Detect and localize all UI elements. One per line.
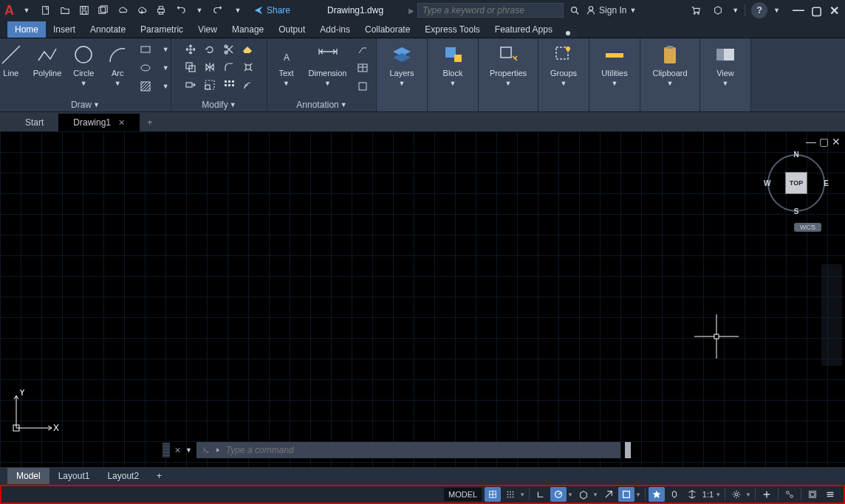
leader-icon[interactable] — [354, 41, 372, 58]
tab-output[interactable]: Output — [271, 21, 312, 38]
open-file-icon[interactable] — [57, 2, 73, 18]
polyline-button[interactable]: Polyline — [30, 41, 65, 79]
tab-drawing1[interactable]: Drawing1✕ — [58, 114, 140, 131]
tab-home[interactable]: Home — [7, 21, 46, 38]
lineweight-icon[interactable] — [649, 487, 665, 502]
viewcube[interactable]: N S E W TOP — [765, 152, 827, 214]
view-panel[interactable]: View▼ — [703, 41, 748, 89]
signin-button[interactable]: Sign In ▼ — [586, 5, 636, 15]
offset-icon[interactable] — [239, 77, 257, 93]
command-scroll[interactable] — [625, 442, 631, 458]
cycling-icon[interactable] — [684, 487, 700, 502]
redo-icon[interactable] — [211, 2, 227, 18]
block-panel[interactable]: Block▼ — [431, 41, 475, 89]
line-button[interactable]: Line — [0, 41, 26, 79]
arc-button[interactable]: Arc▼ — [103, 41, 132, 89]
status-scale[interactable]: 1:1 — [702, 490, 714, 499]
move-icon[interactable] — [182, 41, 199, 58]
command-close-icon[interactable]: ✕ — [174, 446, 181, 455]
text-button[interactable]: AText▼ — [272, 41, 301, 89]
hatch-icon[interactable] — [137, 78, 154, 94]
layout-tab-layout2[interactable]: Layout2 — [98, 468, 148, 484]
panel-annotation-title[interactable]: Annotation ▼ — [296, 98, 346, 110]
tab-collaborate[interactable]: Collaborate — [358, 21, 417, 38]
table-icon[interactable] — [354, 60, 372, 76]
new-tab-button[interactable]: + — [140, 113, 160, 131]
dimension-button[interactable]: Dimension▼ — [306, 41, 350, 89]
transparency-icon[interactable] — [666, 487, 682, 502]
clipboard-panel[interactable]: Clipboard▼ — [643, 41, 697, 89]
erase-icon[interactable] — [239, 41, 257, 58]
drawing-canvas[interactable]: — ▢ ✕ N S E W TOP WCS Y X ✕ ▼ — [0, 131, 845, 467]
copy-icon[interactable] — [182, 59, 199, 75]
ortho-icon[interactable] — [533, 487, 549, 502]
isodraft-icon[interactable] — [575, 487, 592, 502]
tab-insert[interactable]: Insert — [46, 21, 83, 38]
command-history-dropdown[interactable]: ▼ — [185, 446, 192, 454]
tab-view[interactable]: View — [191, 21, 225, 38]
status-model[interactable]: MODEL — [444, 488, 482, 501]
polar-dropdown[interactable]: ▼ — [567, 491, 573, 498]
trim-icon[interactable] — [220, 41, 238, 58]
stretch-icon[interactable] — [182, 77, 199, 93]
cloud-save-icon[interactable] — [134, 2, 150, 18]
app-menu-dropdown[interactable]: ▼ — [18, 2, 35, 18]
rotate-icon[interactable] — [201, 41, 219, 58]
tab-start[interactable]: Start — [10, 114, 58, 131]
help-dropdown[interactable]: ▼ — [773, 7, 780, 14]
layout-tab-add[interactable]: + — [148, 468, 171, 484]
scale-dropdown[interactable]: ▼ — [715, 491, 721, 498]
viewcube-n[interactable]: N — [793, 151, 798, 159]
isodraft-dropdown[interactable]: ▼ — [592, 491, 598, 498]
nav-showmotion-icon[interactable] — [825, 350, 838, 363]
nav-zoom-icon[interactable] — [825, 308, 838, 322]
save-icon[interactable] — [76, 2, 92, 18]
tab-manage[interactable]: Manage — [225, 21, 271, 38]
cloud-open-icon[interactable] — [114, 2, 131, 18]
undo-icon[interactable] — [172, 2, 188, 18]
close-tab-icon[interactable]: ✕ — [118, 118, 125, 128]
viewport-close-icon[interactable]: ✕ — [832, 136, 841, 148]
redo-dropdown[interactable]: ▼ — [230, 2, 246, 18]
array-icon[interactable] — [220, 77, 238, 93]
print-icon[interactable] — [153, 2, 169, 18]
snap-dropdown[interactable]: ▼ — [519, 491, 525, 498]
utilities-panel[interactable]: Utilities▼ — [592, 41, 637, 89]
viewport-maximize-icon[interactable]: ▢ — [819, 136, 829, 148]
layers-panel[interactable]: Layers▼ — [380, 41, 424, 89]
viewcube-s[interactable]: S — [794, 207, 799, 215]
tab-express[interactable]: Express Tools — [417, 21, 487, 38]
ellipse-icon[interactable] — [137, 60, 154, 76]
grid-display-icon[interactable] — [485, 487, 501, 502]
autosnap-icon[interactable] — [601, 487, 617, 502]
circle-button[interactable]: Circle▼ — [69, 41, 98, 89]
cart-icon[interactable] — [688, 2, 704, 18]
share-button[interactable]: Share — [253, 5, 290, 15]
new-file-icon[interactable] — [38, 2, 54, 18]
tab-annotate[interactable]: Annotate — [83, 21, 133, 38]
rectangle-icon[interactable] — [137, 41, 154, 58]
viewcube-e[interactable]: E — [824, 179, 829, 187]
fillet-icon[interactable] — [220, 59, 238, 75]
wcs-badge[interactable]: WCS — [794, 223, 821, 232]
customize-icon[interactable] — [822, 487, 838, 502]
help-icon[interactable]: ? — [751, 2, 767, 18]
scale-icon[interactable] — [201, 77, 219, 93]
gear-icon[interactable] — [728, 487, 745, 502]
search-icon[interactable] — [567, 2, 583, 18]
maximize-button[interactable]: ▢ — [810, 4, 823, 17]
groups-panel[interactable]: Groups▼ — [541, 41, 586, 89]
search-input[interactable] — [417, 3, 564, 18]
viewport-minimize-icon[interactable]: — — [806, 136, 816, 148]
viewcube-w[interactable]: W — [764, 179, 770, 187]
autodesk-app-icon[interactable] — [710, 2, 726, 18]
saveas-icon[interactable] — [95, 2, 112, 18]
mirror-icon[interactable] — [201, 59, 219, 75]
gear-dropdown[interactable]: ▼ — [745, 491, 751, 498]
command-options-icon[interactable] — [201, 445, 211, 455]
properties-panel[interactable]: Properties▼ — [482, 41, 535, 89]
plus-icon[interactable] — [759, 487, 775, 502]
layout-tab-layout1[interactable]: Layout1 — [49, 468, 99, 484]
layout-tab-model[interactable]: Model — [7, 468, 49, 484]
app-logo[interactable]: A — [4, 3, 14, 18]
